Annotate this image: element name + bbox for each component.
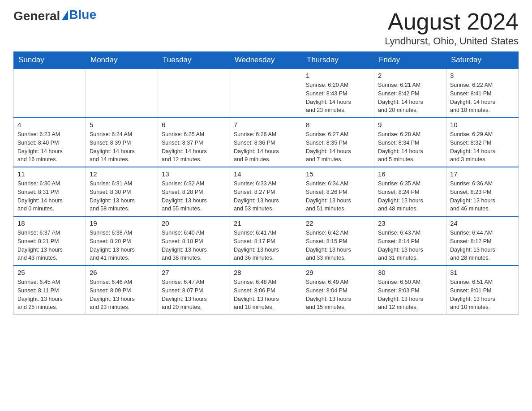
calendar-cell: 1Sunrise: 6:20 AM Sunset: 8:43 PM Daylig… bbox=[302, 68, 374, 118]
day-info: Sunrise: 6:37 AM Sunset: 8:21 PM Dayligh… bbox=[17, 229, 82, 262]
calendar-cell: 11Sunrise: 6:30 AM Sunset: 8:31 PM Dayli… bbox=[14, 167, 86, 216]
day-number: 28 bbox=[234, 269, 298, 276]
week-row-2: 4Sunrise: 6:23 AM Sunset: 8:40 PM Daylig… bbox=[14, 118, 519, 167]
day-number: 25 bbox=[17, 269, 82, 276]
day-number: 21 bbox=[234, 219, 298, 227]
weekday-header-friday: Friday bbox=[374, 52, 446, 69]
day-info: Sunrise: 6:30 AM Sunset: 8:31 PM Dayligh… bbox=[17, 180, 82, 213]
day-info: Sunrise: 6:33 AM Sunset: 8:27 PM Dayligh… bbox=[234, 180, 298, 213]
day-number: 11 bbox=[17, 170, 82, 178]
location: Lyndhurst, Ohio, United States bbox=[385, 35, 519, 47]
weekday-header-saturday: Saturday bbox=[446, 52, 519, 69]
day-info: Sunrise: 6:45 AM Sunset: 8:11 PM Dayligh… bbox=[17, 278, 82, 312]
calendar-cell: 13Sunrise: 6:32 AM Sunset: 8:28 PM Dayli… bbox=[158, 167, 230, 216]
page-header: General Blue August 2024 Lyndhurst, Ohio… bbox=[13, 9, 519, 47]
calendar-cell: 14Sunrise: 6:33 AM Sunset: 8:27 PM Dayli… bbox=[230, 167, 302, 216]
day-number: 2 bbox=[378, 72, 442, 79]
calendar-cell: 31Sunrise: 6:51 AM Sunset: 8:01 PM Dayli… bbox=[446, 265, 519, 315]
day-number: 3 bbox=[450, 72, 515, 79]
calendar-cell: 26Sunrise: 6:46 AM Sunset: 8:09 PM Dayli… bbox=[86, 265, 158, 315]
calendar-cell: 4Sunrise: 6:23 AM Sunset: 8:40 PM Daylig… bbox=[14, 118, 86, 167]
calendar-cell bbox=[14, 68, 86, 118]
week-row-3: 11Sunrise: 6:30 AM Sunset: 8:31 PM Dayli… bbox=[14, 167, 519, 216]
day-info: Sunrise: 6:46 AM Sunset: 8:09 PM Dayligh… bbox=[90, 278, 154, 312]
logo-triangle-icon bbox=[62, 10, 68, 20]
day-info: Sunrise: 6:36 AM Sunset: 8:23 PM Dayligh… bbox=[450, 180, 515, 213]
day-number: 6 bbox=[162, 121, 226, 128]
calendar-cell bbox=[158, 68, 230, 118]
calendar-cell: 3Sunrise: 6:22 AM Sunset: 8:41 PM Daylig… bbox=[446, 68, 519, 118]
day-number: 18 bbox=[17, 219, 82, 227]
day-info: Sunrise: 6:44 AM Sunset: 8:12 PM Dayligh… bbox=[450, 229, 515, 262]
day-info: Sunrise: 6:26 AM Sunset: 8:36 PM Dayligh… bbox=[234, 130, 298, 164]
day-number: 15 bbox=[306, 170, 370, 178]
day-info: Sunrise: 6:43 AM Sunset: 8:14 PM Dayligh… bbox=[378, 229, 442, 262]
day-info: Sunrise: 6:29 AM Sunset: 8:32 PM Dayligh… bbox=[450, 130, 515, 164]
calendar-cell: 8Sunrise: 6:27 AM Sunset: 8:35 PM Daylig… bbox=[302, 118, 374, 167]
calendar-cell: 16Sunrise: 6:35 AM Sunset: 8:24 PM Dayli… bbox=[374, 167, 446, 216]
day-number: 9 bbox=[378, 121, 442, 128]
day-number: 26 bbox=[90, 269, 154, 276]
day-info: Sunrise: 6:35 AM Sunset: 8:24 PM Dayligh… bbox=[378, 180, 442, 213]
day-info: Sunrise: 6:41 AM Sunset: 8:17 PM Dayligh… bbox=[234, 229, 298, 262]
logo-blue: Blue bbox=[69, 8, 96, 22]
day-number: 24 bbox=[450, 219, 515, 227]
calendar-cell: 25Sunrise: 6:45 AM Sunset: 8:11 PM Dayli… bbox=[14, 265, 86, 315]
day-number: 16 bbox=[378, 170, 442, 178]
day-number: 27 bbox=[162, 269, 226, 276]
calendar-cell: 28Sunrise: 6:48 AM Sunset: 8:06 PM Dayli… bbox=[230, 265, 302, 315]
calendar-cell: 10Sunrise: 6:29 AM Sunset: 8:32 PM Dayli… bbox=[446, 118, 519, 167]
weekday-header-monday: Monday bbox=[86, 52, 158, 69]
day-number: 12 bbox=[90, 170, 154, 178]
calendar-cell: 6Sunrise: 6:25 AM Sunset: 8:37 PM Daylig… bbox=[158, 118, 230, 167]
day-info: Sunrise: 6:47 AM Sunset: 8:07 PM Dayligh… bbox=[162, 278, 226, 312]
weekday-header-row: SundayMondayTuesdayWednesdayThursdayFrid… bbox=[14, 52, 519, 69]
calendar-cell: 15Sunrise: 6:34 AM Sunset: 8:26 PM Dayli… bbox=[302, 167, 374, 216]
day-number: 19 bbox=[90, 219, 154, 227]
logo: General Blue bbox=[13, 9, 96, 23]
weekday-header-sunday: Sunday bbox=[14, 52, 86, 69]
day-info: Sunrise: 6:25 AM Sunset: 8:37 PM Dayligh… bbox=[162, 130, 226, 164]
week-row-4: 18Sunrise: 6:37 AM Sunset: 8:21 PM Dayli… bbox=[14, 216, 519, 265]
calendar-cell: 19Sunrise: 6:38 AM Sunset: 8:20 PM Dayli… bbox=[86, 216, 158, 265]
title-block: August 2024 Lyndhurst, Ohio, United Stat… bbox=[385, 9, 519, 47]
calendar-cell: 12Sunrise: 6:31 AM Sunset: 8:30 PM Dayli… bbox=[86, 167, 158, 216]
calendar-cell: 22Sunrise: 6:42 AM Sunset: 8:15 PM Dayli… bbox=[302, 216, 374, 265]
day-info: Sunrise: 6:50 AM Sunset: 8:03 PM Dayligh… bbox=[378, 278, 442, 312]
day-number: 1 bbox=[306, 72, 370, 79]
day-number: 20 bbox=[162, 219, 226, 227]
day-info: Sunrise: 6:22 AM Sunset: 8:41 PM Dayligh… bbox=[450, 81, 515, 115]
day-number: 7 bbox=[234, 121, 298, 128]
calendar-cell: 27Sunrise: 6:47 AM Sunset: 8:07 PM Dayli… bbox=[158, 265, 230, 315]
week-row-1: 1Sunrise: 6:20 AM Sunset: 8:43 PM Daylig… bbox=[14, 68, 519, 118]
logo-general: General bbox=[13, 9, 60, 23]
day-info: Sunrise: 6:34 AM Sunset: 8:26 PM Dayligh… bbox=[306, 180, 370, 213]
day-number: 8 bbox=[306, 121, 370, 128]
month-title: August 2024 bbox=[385, 9, 519, 34]
calendar-cell: 5Sunrise: 6:24 AM Sunset: 8:39 PM Daylig… bbox=[86, 118, 158, 167]
day-info: Sunrise: 6:51 AM Sunset: 8:01 PM Dayligh… bbox=[450, 278, 515, 312]
calendar-cell: 2Sunrise: 6:21 AM Sunset: 8:42 PM Daylig… bbox=[374, 68, 446, 118]
day-info: Sunrise: 6:21 AM Sunset: 8:42 PM Dayligh… bbox=[378, 81, 442, 115]
weekday-header-tuesday: Tuesday bbox=[158, 52, 230, 69]
calendar-cell: 29Sunrise: 6:49 AM Sunset: 8:04 PM Dayli… bbox=[302, 265, 374, 315]
calendar-cell bbox=[86, 68, 158, 118]
calendar-cell: 18Sunrise: 6:37 AM Sunset: 8:21 PM Dayli… bbox=[14, 216, 86, 265]
day-info: Sunrise: 6:49 AM Sunset: 8:04 PM Dayligh… bbox=[306, 278, 370, 312]
day-number: 31 bbox=[450, 269, 515, 276]
day-number: 22 bbox=[306, 219, 370, 227]
day-number: 29 bbox=[306, 269, 370, 276]
day-number: 10 bbox=[450, 121, 515, 128]
day-number: 5 bbox=[90, 121, 154, 128]
weekday-header-wednesday: Wednesday bbox=[230, 52, 302, 69]
calendar-cell: 17Sunrise: 6:36 AM Sunset: 8:23 PM Dayli… bbox=[446, 167, 519, 216]
day-info: Sunrise: 6:24 AM Sunset: 8:39 PM Dayligh… bbox=[90, 130, 154, 164]
calendar-cell bbox=[230, 68, 302, 118]
weekday-header-thursday: Thursday bbox=[302, 52, 374, 69]
day-info: Sunrise: 6:42 AM Sunset: 8:15 PM Dayligh… bbox=[306, 229, 370, 262]
day-info: Sunrise: 6:40 AM Sunset: 8:18 PM Dayligh… bbox=[162, 229, 226, 262]
day-info: Sunrise: 6:20 AM Sunset: 8:43 PM Dayligh… bbox=[306, 81, 370, 115]
day-number: 14 bbox=[234, 170, 298, 178]
calendar-cell: 23Sunrise: 6:43 AM Sunset: 8:14 PM Dayli… bbox=[374, 216, 446, 265]
calendar-cell: 20Sunrise: 6:40 AM Sunset: 8:18 PM Dayli… bbox=[158, 216, 230, 265]
